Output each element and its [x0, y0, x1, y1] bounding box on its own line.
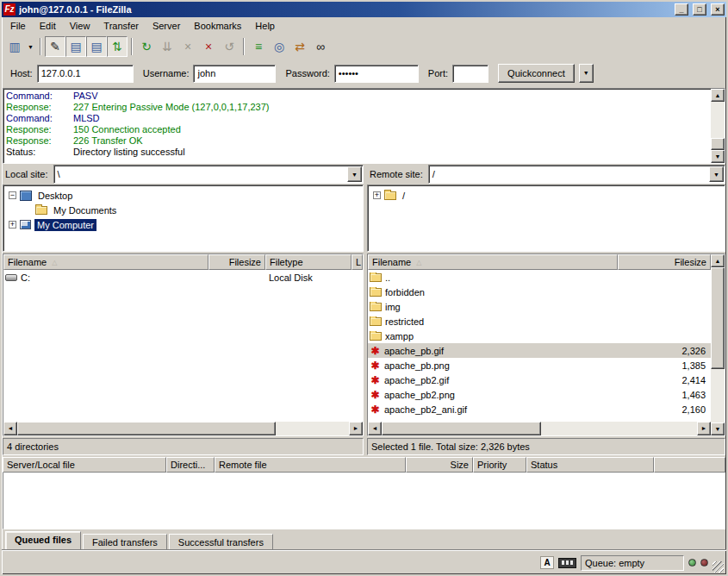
close-button[interactable]: × [711, 3, 725, 16]
file-row[interactable]: img [368, 299, 711, 314]
scrollbar-track[interactable] [276, 422, 349, 435]
scroll-down-icon[interactable]: ▼ [711, 150, 725, 163]
username-input[interactable] [193, 65, 276, 83]
menu-help[interactable]: Help [248, 18, 282, 34]
file-row[interactable]: ✱apache_pb2_ani.gif 2,160 [368, 402, 711, 416]
quickconnect-dropdown-icon[interactable]: ▼ [579, 64, 594, 83]
menu-edit[interactable]: Edit [33, 18, 63, 34]
resize-grip[interactable] [712, 561, 724, 573]
tab-successful-transfers[interactable]: Successful transfers [169, 534, 273, 550]
scroll-right-icon[interactable]: ► [697, 422, 711, 435]
process-queue-icon[interactable]: ⇊ [157, 36, 177, 57]
transfer-type-icon: A [540, 556, 554, 569]
log-line: Status:Directory listing successful [6, 147, 711, 158]
tab-queued-files[interactable]: Queued files [5, 531, 81, 550]
folder-icon [370, 303, 382, 311]
file-row[interactable]: xampp [368, 329, 711, 343]
file-row[interactable]: restricted [368, 314, 711, 329]
title-bar[interactable]: Fz john@127.0.0.1 - FileZilla _ □ × [2, 2, 726, 17]
scroll-right-icon[interactable]: ► [349, 422, 363, 435]
column-server-local-file[interactable]: Server/Local file [3, 457, 166, 473]
scroll-down-icon[interactable]: ▼ [711, 423, 725, 435]
expand-icon[interactable]: + [9, 221, 16, 229]
file-row[interactable]: .. [368, 270, 711, 285]
file-row[interactable]: ✱apache_pb2.gif 2,414 [368, 373, 711, 387]
remote-site-combo[interactable]: / ▼ [428, 165, 725, 184]
log-scrollbar[interactable]: ▲ ▼ [711, 89, 725, 163]
scrollbar-thumb[interactable] [711, 267, 725, 369]
remote-hscrollbar[interactable]: ◄ ► [368, 422, 711, 435]
column-priority[interactable]: Priority [473, 457, 526, 473]
column-direction[interactable]: Directi... [166, 457, 215, 473]
column-remote-file[interactable]: Remote file [215, 457, 406, 473]
host-input[interactable] [37, 65, 134, 83]
local-hscrollbar[interactable]: ◄ ► [3, 422, 363, 435]
site-manager-icon[interactable]: ▥ [4, 36, 25, 57]
tree-item-my-documents[interactable]: My Documents [5, 203, 363, 217]
column-filename[interactable]: Filename△ [368, 254, 618, 270]
scrollbar-track[interactable] [711, 102, 725, 138]
minimize-button[interactable]: _ [675, 3, 688, 16]
tree-item-root[interactable]: + / [370, 188, 725, 203]
file-row[interactable]: forbidden [368, 285, 711, 299]
menu-transfer[interactable]: Transfer [96, 18, 146, 34]
scroll-up-icon[interactable]: ▲ [711, 254, 725, 267]
cancel-icon[interactable]: × [177, 36, 198, 57]
collapse-icon[interactable]: − [9, 191, 16, 199]
column-last-modified[interactable]: L [352, 254, 363, 270]
scrollbar-thumb[interactable] [382, 422, 541, 435]
image-file-icon: ✱ [370, 346, 381, 356]
tree-item-my-computer[interactable]: + My Computer [5, 217, 363, 232]
expand-icon[interactable]: + [373, 191, 381, 199]
column-status[interactable]: Status [526, 457, 654, 473]
menu-server[interactable]: Server [146, 18, 187, 34]
scrollbar-thumb[interactable] [17, 422, 276, 435]
site-manager-dropdown-icon[interactable]: ▼ [25, 36, 36, 57]
port-input[interactable] [452, 65, 488, 83]
scroll-left-icon[interactable]: ◄ [3, 422, 17, 435]
scroll-up-icon[interactable]: ▲ [711, 89, 725, 102]
local-site-combo[interactable]: \ ▼ [53, 165, 364, 184]
file-row-selected[interactable]: ✱apache_pb.gif 2,326 [368, 343, 711, 358]
column-filesize[interactable]: Filesize [208, 254, 265, 270]
column-filesize[interactable]: Filesize [618, 254, 711, 270]
scrollbar-track[interactable] [711, 369, 725, 423]
local-site-value: \ [55, 169, 347, 179]
sync-browse-icon[interactable]: ⇄ [289, 36, 310, 57]
toggle-queue-icon[interactable]: ⇅ [107, 36, 128, 57]
file-row[interactable]: ✱apache_pb.png 1,385 [368, 358, 711, 373]
toggle-log-icon[interactable]: ✎ [45, 36, 65, 57]
remote-vscrollbar[interactable]: ▲ ▼ [711, 254, 725, 435]
remote-site-row: Remote site: / ▼ [367, 164, 725, 185]
quickconnect-button[interactable]: Quickconnect [498, 64, 575, 83]
toggle-remote-tree-icon[interactable]: ▤ [86, 36, 107, 57]
scroll-left-icon[interactable]: ◄ [368, 422, 382, 435]
scrollbar-thumb[interactable] [711, 138, 725, 150]
compare-icon[interactable]: ◎ [269, 36, 289, 57]
password-input[interactable] [334, 65, 419, 83]
chevron-down-icon[interactable]: ▼ [347, 166, 362, 182]
file-row[interactable]: ✱apache_pb2.png 1,463 [368, 387, 711, 402]
tree-item-desktop[interactable]: − Desktop [5, 188, 363, 203]
tab-failed-transfers[interactable]: Failed transfers [83, 534, 167, 550]
menu-file[interactable]: File [3, 18, 33, 34]
status-bar: A Queue: empty [2, 550, 726, 574]
toggle-local-tree-icon[interactable]: ▤ [65, 36, 86, 57]
file-row-c-drive[interactable]: C: Local Disk [3, 270, 363, 285]
find-files-icon[interactable]: ∞ [310, 36, 331, 57]
chevron-down-icon[interactable]: ▼ [709, 166, 724, 182]
main-panes: Local site: \ ▼ − Desktop My Documents [2, 164, 726, 455]
column-size[interactable]: Size [406, 457, 473, 473]
sort-ascending-icon: △ [416, 259, 421, 266]
menu-view[interactable]: View [63, 18, 97, 34]
scrollbar-track[interactable] [541, 422, 697, 435]
local-site-row: Local site: \ ▼ [3, 164, 364, 185]
filter-icon[interactable]: ≡ [248, 36, 269, 57]
refresh-icon[interactable]: ↻ [136, 36, 157, 57]
maximize-button[interactable]: □ [693, 3, 706, 16]
reconnect-icon[interactable]: ↺ [219, 36, 240, 57]
column-filetype[interactable]: Filetype [265, 254, 352, 270]
disconnect-icon[interactable]: × [198, 36, 219, 57]
column-filename[interactable]: Filename△ [3, 254, 208, 270]
menu-bookmarks[interactable]: Bookmarks [187, 18, 248, 34]
